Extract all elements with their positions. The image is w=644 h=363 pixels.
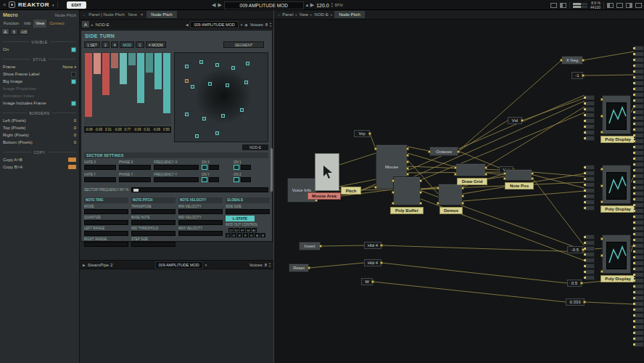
prev-snapshot-icon[interactable]: ◀: [212, 0, 215, 10]
node-demux-box[interactable]: [438, 184, 463, 205]
mode-button-2[interactable]: 2: [102, 41, 110, 48]
node-neg-one[interactable]: -1: [571, 72, 583, 79]
voices-down-icon[interactable]: ▾: [269, 265, 271, 268]
node-x-neg[interactable]: X Neg: [561, 56, 583, 65]
stack-cell[interactable]: [585, 188, 595, 193]
port-icon[interactable]: [600, 168, 603, 171]
stack-cell[interactable]: [634, 174, 644, 179]
stack-cell[interactable]: [634, 284, 644, 289]
node-invert[interactable]: Invert: [299, 242, 321, 250]
stack-cell[interactable]: [585, 234, 595, 240]
app-menu-chevron-icon[interactable]: ▾: [52, 0, 54, 10]
stack-cell[interactable]: [585, 258, 595, 263]
port-icon[interactable]: [406, 147, 409, 150]
stack-cell[interactable]: [634, 104, 644, 109]
wire[interactable]: [408, 147, 429, 151]
stack-cell[interactable]: [634, 121, 644, 126]
stack-cell[interactable]: [634, 179, 644, 184]
mode-button-mod[interactable]: MOD: [120, 41, 134, 48]
value-field[interactable]: [178, 231, 223, 236]
row-big-image[interactable]: Big Image: [0, 78, 79, 85]
value-field[interactable]: [119, 165, 151, 170]
checkbox[interactable]: [71, 47, 76, 52]
layout-panel-icon[interactable]: [616, 3, 623, 8]
port-icon[interactable]: [600, 200, 603, 203]
pad-dot[interactable]: [199, 60, 203, 64]
stack-cell[interactable]: [634, 92, 644, 97]
panel-tab-new[interactable]: New: [128, 12, 137, 17]
stack-cell[interactable]: [634, 133, 644, 138]
node-display-1[interactable]: [602, 95, 631, 134]
row-value[interactable]: None: [62, 65, 73, 69]
note-cell[interactable]: C: [226, 233, 231, 237]
node-hld-2[interactable]: Hld 4: [364, 259, 381, 266]
wire[interactable]: [381, 263, 567, 283]
wire[interactable]: [309, 263, 364, 268]
node-drawgrid-box[interactable]: [455, 163, 486, 176]
stack-cell[interactable]: [634, 168, 644, 173]
node-mouse-area[interactable]: Mouse Area: [307, 192, 341, 200]
stack-cell[interactable]: [634, 313, 644, 318]
port-icon[interactable]: [392, 191, 395, 194]
value-field[interactable]: [226, 209, 270, 214]
row-image-includes-frame[interactable]: Image Includes Frame: [0, 99, 79, 107]
stack-cell[interactable]: [634, 75, 644, 80]
wire[interactable]: [321, 245, 364, 246]
close-tab-icon[interactable]: ×: [141, 12, 144, 17]
stack-cell[interactable]: [634, 307, 644, 312]
stack-cell[interactable]: [634, 139, 644, 144]
note-cell[interactable]: E: [237, 233, 242, 237]
stack-cell[interactable]: [585, 171, 595, 176]
port-icon[interactable]: [419, 191, 422, 194]
row-show-frame-label[interactable]: Show Frame Label: [0, 70, 79, 78]
ab-button-a-b[interactable]: A|B: [19, 28, 29, 35]
wire[interactable]: [373, 282, 566, 302]
stack-cell[interactable]: [634, 185, 644, 190]
node-display-3[interactable]: [602, 234, 631, 274]
stack-cell[interactable]: [585, 124, 595, 129]
node-stack-3[interactable]: [585, 234, 595, 280]
pad-dot[interactable]: [221, 114, 225, 118]
preset-display[interactable]: 009 AMPLITUDE MOD: [224, 1, 304, 9]
row-frame[interactable]: FrameNone▾: [0, 63, 79, 70]
expand-icon[interactable]: ▶: [83, 260, 86, 270]
row-on[interactable]: On: [0, 46, 79, 53]
port-icon[interactable]: [406, 167, 409, 170]
snapshot-display[interactable]: 009 AMPLITUDE MOD: [190, 21, 238, 28]
rack-view-icon[interactable]: [550, 3, 557, 8]
value-field[interactable]: [84, 209, 128, 214]
port-icon[interactable]: [600, 98, 603, 101]
node-pitch[interactable]: Pitch: [341, 187, 361, 195]
row-value[interactable]: 0: [74, 133, 76, 137]
value-field[interactable]: [84, 242, 128, 247]
value-field[interactable]: [131, 220, 176, 225]
stack-cell[interactable]: [634, 255, 644, 260]
camera-icon[interactable]: ◉: [244, 20, 247, 30]
l-state-button[interactable]: L-STATE: [226, 216, 255, 221]
toggle-switch[interactable]: [68, 165, 76, 169]
stack-cell[interactable]: [585, 269, 595, 274]
note-cell[interactable]: D#: [234, 228, 239, 232]
stack-cell[interactable]: [585, 136, 595, 141]
node-notepos-box[interactable]: [505, 169, 532, 181]
pad-label[interactable]: NOD-E: [242, 144, 268, 150]
node-reset[interactable]: Reset: [289, 264, 309, 272]
node-poly-display-3[interactable]: Poly Display: [600, 275, 635, 282]
stack-cell[interactable]: [634, 266, 644, 272]
note-cell[interactable]: G#: [246, 228, 251, 232]
row-value[interactable]: 0: [74, 126, 76, 130]
on-toggle[interactable]: [234, 165, 239, 170]
stack-cell[interactable]: [585, 246, 595, 251]
node-w-box[interactable]: W: [361, 278, 373, 285]
node-vsl[interactable]: Vsl: [508, 117, 522, 124]
sector-frequency-slider[interactable]: [131, 187, 268, 192]
bars-display[interactable]: [84, 52, 171, 125]
port-icon[interactable]: [580, 282, 583, 285]
crumb-nod-e[interactable]: NOD-E: [315, 12, 329, 17]
value-field[interactable]: [241, 165, 251, 170]
stack-cell[interactable]: [585, 240, 595, 245]
pad-dot[interactable]: [215, 131, 219, 135]
on-toggle[interactable]: [202, 177, 207, 182]
stack-cell[interactable]: [634, 150, 644, 155]
pad-dot[interactable]: [226, 83, 229, 87]
